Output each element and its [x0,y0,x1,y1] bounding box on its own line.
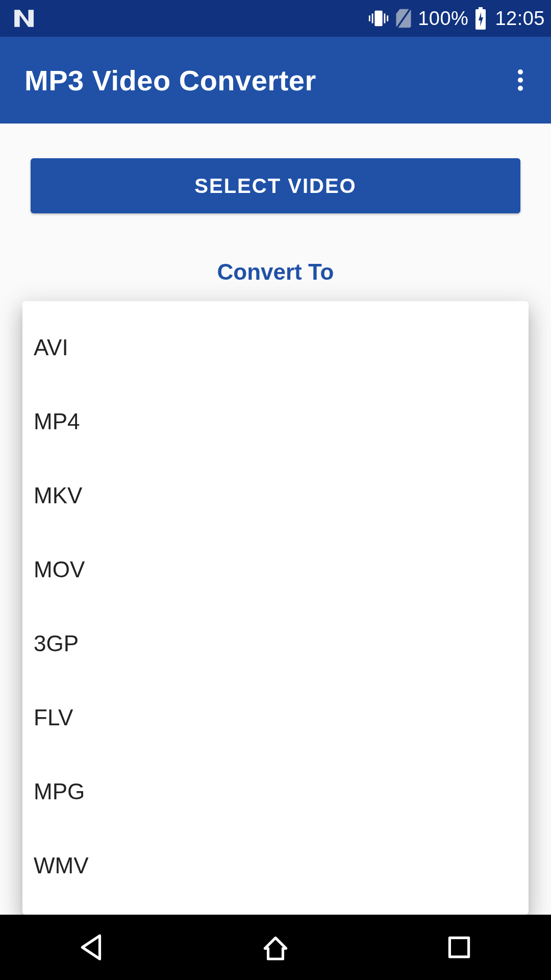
status-bar: 100% 12:05 [0,0,551,37]
nav-recents-button[interactable] [395,915,523,980]
select-video-button[interactable]: SELECT VIDEO [31,158,520,213]
format-option[interactable]: MOV [34,532,517,606]
format-list: AVI MP4 MKV MOV 3GP FLV MPG WMV [22,301,529,902]
status-bar-right: 100% 12:05 [368,7,545,30]
svg-rect-3 [384,13,386,23]
convert-to-label: Convert To [31,259,520,285]
format-option[interactable]: 3GP [34,606,517,680]
format-option[interactable]: MPG [34,754,517,828]
svg-point-8 [518,69,523,75]
format-option[interactable]: AVI [34,310,517,384]
svg-point-9 [518,78,523,83]
more-vert-icon [517,69,523,91]
android-n-logo-icon [12,8,34,29]
home-icon [260,932,291,963]
format-option[interactable]: MP4 [34,384,517,458]
clock-label: 12:05 [495,8,545,30]
svg-rect-6 [479,7,483,9]
nav-back-button[interactable] [28,915,156,980]
format-option[interactable]: WMV [34,828,517,902]
status-bar-left [12,8,34,29]
svg-rect-4 [387,15,388,21]
system-nav-bar [0,915,551,980]
svg-rect-2 [369,15,370,21]
battery-percent-label: 100% [418,8,468,30]
format-option[interactable]: MKV [34,458,517,532]
format-option[interactable]: FLV [34,680,517,754]
battery-charging-icon [473,7,488,30]
vibrate-icon [368,8,389,29]
svg-rect-1 [372,13,373,23]
recents-icon [443,932,475,963]
overflow-menu-button[interactable] [504,64,537,96]
nav-home-button[interactable] [212,915,339,980]
svg-rect-0 [375,11,383,27]
no-sim-icon [394,8,413,29]
app-title: MP3 Video Converter [24,64,316,97]
app-bar: MP3 Video Converter [0,37,551,124]
svg-point-10 [518,86,523,91]
svg-rect-11 [449,938,468,957]
back-icon [76,932,108,963]
format-picker-dialog: AVI MP4 MKV MOV 3GP FLV MPG WMV [22,301,529,915]
